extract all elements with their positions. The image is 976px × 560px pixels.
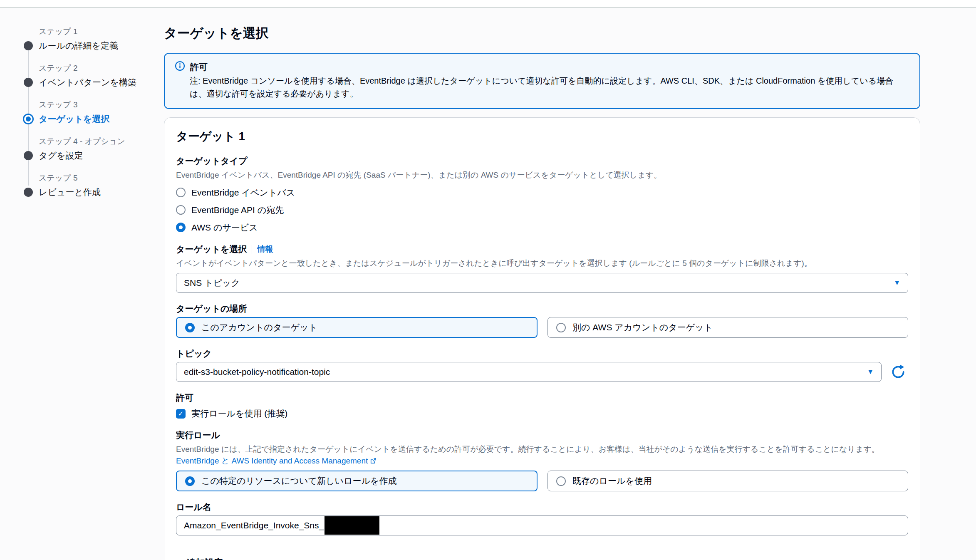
- target-select-description: イベントがイベントパターンと一致したとき、またはスケジュールがトリガーされたとき…: [176, 258, 908, 269]
- tile-use-existing-role[interactable]: 既存のロールを使用: [547, 471, 908, 491]
- radio-selected-icon[interactable]: [176, 223, 186, 232]
- role-name-label: ロール名: [176, 501, 211, 513]
- external-link-icon: [369, 457, 377, 465]
- step-title[interactable]: ルールの詳細を定義: [39, 40, 164, 52]
- label-divider: [252, 245, 252, 254]
- additional-settings-expander[interactable]: ▶ 追加設定: [164, 549, 920, 560]
- tile-label: 既存のロールを使用: [572, 475, 652, 487]
- step-1[interactable]: ステップ 1 ルールの詳細を定義: [24, 26, 164, 52]
- topic-section: トピック edit-s3-bucket-policy-notification-…: [176, 348, 908, 382]
- step-number-label: ステップ 3: [39, 99, 164, 110]
- iam-doc-link-text: EventBridge と AWS Identity and Access Ma…: [176, 456, 368, 465]
- radio-label: EventBridge イベントバス: [191, 187, 295, 198]
- target-type-label: ターゲットタイプ: [176, 155, 247, 167]
- radio-eventbridge-event-bus[interactable]: EventBridge イベントバス: [176, 187, 908, 198]
- chevron-down-icon: ▼: [894, 280, 900, 286]
- step-active-dot: [24, 114, 39, 124]
- wizard-stepper: ステップ 1 ルールの詳細を定義 ステップ 2 イベントパターンを構築 ステップ…: [24, 8, 164, 560]
- step-done-dot: [24, 41, 39, 50]
- radio-selected-icon[interactable]: [185, 476, 195, 486]
- target-type-select[interactable]: SNS トピック ▼: [176, 273, 908, 293]
- role-name-section: ロール名 Amazon_EventBridge_Invoke_Sns_: [176, 501, 908, 535]
- chevron-down-icon: ▼: [867, 369, 874, 375]
- main-content: ターゲットを選択 許可 注: EventBridge コンソールを使用する場合、…: [164, 8, 920, 560]
- additional-settings-label: 追加設定: [187, 557, 223, 560]
- radio-label: AWS のサービス: [191, 222, 258, 233]
- topic-label: トピック: [176, 348, 212, 359]
- execution-role-description-text: EventBridge には、上記で指定されたターゲットにイベントを送信するため…: [176, 445, 879, 453]
- radio-icon[interactable]: [556, 476, 566, 486]
- role-name-value: Amazon_EventBridge_Invoke_Sns_: [184, 520, 324, 530]
- tile-create-new-role[interactable]: この特定のリソースについて新しいロールを作成: [176, 471, 538, 491]
- refresh-icon: [890, 364, 906, 380]
- permission-section: 許可 ✓ 実行ロールを使用 (推奨): [176, 392, 908, 419]
- radio-icon[interactable]: [176, 205, 186, 215]
- target-card: ターゲット 1 ターゲットタイプ EventBridge イベントバス、Even…: [164, 117, 920, 560]
- step-number-label: ステップ 1: [39, 26, 164, 37]
- target-location-label: ターゲットの場所: [176, 303, 247, 315]
- target-type-description: EventBridge イベントバス、EventBridge API の宛先 (…: [176, 169, 908, 181]
- step-number-label: ステップ 4 - オプション: [39, 136, 164, 147]
- step-2[interactable]: ステップ 2 イベントパターンを構築: [24, 63, 164, 88]
- permission-label: 許可: [176, 392, 193, 404]
- redacted-text: [325, 516, 379, 535]
- use-execution-role-checkbox-row[interactable]: ✓ 実行ロールを使用 (推奨): [176, 408, 908, 419]
- execution-role-description: EventBridge には、上記で指定されたターゲットにイベントを送信するため…: [176, 444, 908, 466]
- radio-label: EventBridge API の宛先: [191, 204, 284, 216]
- alert-title: 許可: [190, 61, 208, 73]
- checkbox-checked-icon[interactable]: ✓: [176, 409, 186, 419]
- radio-selected-icon[interactable]: [185, 323, 195, 332]
- page-title: ターゲットを選択: [164, 25, 920, 42]
- step-title[interactable]: ターゲットを選択: [39, 113, 164, 125]
- info-link[interactable]: 情報: [257, 244, 273, 255]
- checkbox-label: 実行ロールを使用 (推奨): [191, 408, 287, 419]
- step-done-dot: [24, 151, 39, 160]
- radio-eventbridge-api-destination[interactable]: EventBridge API の宛先: [176, 204, 908, 216]
- radio-aws-service-selected[interactable]: AWS のサービス: [176, 222, 908, 233]
- permission-info-alert: 許可 注: EventBridge コンソールを使用する場合、EventBrid…: [164, 53, 920, 109]
- top-divider: [0, 0, 976, 8]
- select-value: edit-s3-bucket-policy-notification-topic: [184, 367, 330, 377]
- step-4[interactable]: ステップ 4 - オプション タグを設定: [24, 136, 164, 161]
- step-number-label: ステップ 2: [39, 63, 164, 74]
- refresh-button[interactable]: [888, 362, 908, 382]
- radio-icon[interactable]: [556, 323, 566, 332]
- iam-doc-link[interactable]: EventBridge と AWS Identity and Access Ma…: [176, 456, 377, 465]
- target-card-title: ターゲット 1: [176, 129, 908, 144]
- topic-select[interactable]: edit-s3-bucket-policy-notification-topic…: [176, 362, 882, 382]
- target-select-label: ターゲットを選択: [176, 243, 247, 255]
- role-name-input[interactable]: Amazon_EventBridge_Invoke_Sns_: [176, 515, 908, 535]
- target-location-section: ターゲットの場所 このアカウントのターゲット 別の AWS アカウントのターゲッ…: [176, 303, 908, 338]
- execution-role-label: 実行ロール: [176, 429, 220, 441]
- tile-target-in-this-account[interactable]: このアカウントのターゲット: [176, 317, 538, 338]
- step-3-active[interactable]: ステップ 3 ターゲットを選択: [24, 99, 164, 125]
- step-done-dot: [24, 78, 39, 87]
- alert-body: 注: EventBridge コンソールを使用する場合、EventBridge …: [190, 74, 909, 100]
- step-number-label: ステップ 5: [39, 173, 164, 183]
- step-title[interactable]: タグを設定: [39, 150, 164, 161]
- tile-label: この特定のリソースについて新しいロールを作成: [201, 475, 396, 487]
- target-select-section: ターゲットを選択 情報 イベントがイベントパターンと一致したとき、またはスケジュ…: [176, 243, 908, 293]
- execution-role-section: 実行ロール EventBridge には、上記で指定されたターゲットにイベントを…: [176, 429, 908, 491]
- step-done-dot: [24, 188, 39, 197]
- radio-icon[interactable]: [176, 188, 186, 197]
- tile-label: このアカウントのターゲット: [201, 322, 317, 333]
- info-icon: [175, 61, 185, 73]
- step-title[interactable]: レビューと作成: [39, 186, 164, 198]
- step-5[interactable]: ステップ 5 レビューと作成: [24, 173, 164, 198]
- tile-label: 別の AWS アカウントのターゲット: [572, 322, 713, 333]
- target-type-section: ターゲットタイプ EventBridge イベントバス、EventBridge …: [176, 155, 908, 233]
- select-value: SNS トピック: [184, 277, 240, 289]
- tile-target-in-other-account[interactable]: 別の AWS アカウントのターゲット: [547, 317, 908, 338]
- step-title[interactable]: イベントパターンを構築: [39, 77, 164, 88]
